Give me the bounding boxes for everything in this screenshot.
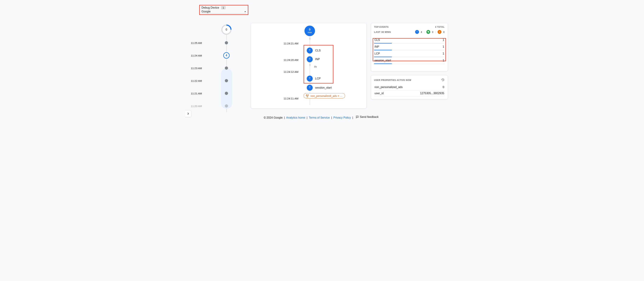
timeline-total-value: 0 [222, 26, 230, 34]
footer-feedback-label: Send feedback [360, 116, 379, 118]
touch-icon [307, 76, 313, 82]
user-property-chip[interactable]: non_personalized_ads = … [304, 93, 345, 98]
top-event-name: session_start [374, 59, 391, 62]
top-event-name: LCP [374, 52, 380, 55]
stream-event[interactable]: session_start [307, 85, 332, 91]
stream-tick [309, 37, 310, 40]
top-event-count: 1 [443, 45, 444, 48]
touch-icon [307, 56, 313, 62]
bug-count: 0 [443, 31, 444, 33]
stream-timestamp: 11:24:20 AM [284, 58, 298, 62]
history-icon[interactable] [441, 78, 444, 82]
top-events-title: TOP EVENTS [374, 26, 389, 28]
svg-rect-1 [307, 96, 308, 97]
top-event-count: 1 [443, 38, 444, 42]
chevron-down-icon: ▼ [244, 11, 246, 13]
top-events-icon-counts: 4 | 0 | 0 [415, 30, 444, 34]
minute-dot [225, 104, 228, 108]
minute-label: 11:20 AM [189, 104, 210, 108]
stream-timestamp: 11:24:12 AM [284, 70, 298, 73]
stream-timestamp: 11:24:21 AM [284, 42, 298, 45]
timeline-total-circle[interactable]: 0 [221, 24, 232, 35]
shapes-icon [306, 94, 309, 98]
new-events-count: 0 [309, 28, 310, 31]
new-events-label: new [308, 31, 312, 34]
footer-link-tos[interactable]: Terms of Service [309, 116, 330, 119]
touch-count: 4 [421, 31, 422, 33]
minute-label: 11:25 AM [189, 42, 210, 44]
bug-icon [438, 30, 442, 34]
top-event-count: 1 [443, 52, 444, 55]
debug-device-selector[interactable]: Debug Device 1 Google ▼ [199, 5, 248, 15]
stream-tick [309, 64, 310, 66]
top-event-name: CLS [374, 38, 380, 42]
flag-icon [426, 30, 430, 34]
touch-icon [415, 30, 419, 34]
user-property-row[interactable]: non_personalized_ads 0 [374, 84, 444, 90]
footer-copyright: © 2024 Google [264, 116, 283, 119]
top-event-row[interactable]: CLS 1 [374, 37, 444, 44]
feedback-icon [356, 116, 359, 118]
minute-label: 11:21 AM [189, 92, 210, 95]
debug-device-dropdown[interactable]: Google ▼ [202, 10, 246, 14]
touch-icon [307, 48, 313, 54]
stream-timestamp: 11:24:11 AM [284, 97, 298, 100]
svg-rect-3 [440, 32, 440, 32]
user-property-row[interactable]: user_id 1275305...3802935 [374, 90, 444, 96]
top-events-card: TOP EVENTS 4 TOTAL LAST 30 MINS 4 | [371, 23, 448, 72]
stream-gap-label: 8s [314, 65, 317, 68]
stream-event[interactable]: INP [307, 56, 320, 62]
minute-label: 11:22 AM [189, 79, 210, 82]
user-property-chip-label: non_personalized_ads = … [310, 94, 342, 97]
top-event-bar [374, 64, 392, 64]
user-properties-title: USER PROPERTIES ACTIVE NOW [374, 79, 411, 82]
minute-row[interactable]: 11:23 AM [189, 62, 246, 74]
minute-dot [225, 79, 228, 82]
minute-row[interactable]: 11:20 AM [189, 100, 246, 112]
minute-dot-active: 4 [223, 52, 230, 58]
user-property-name: user_id [374, 92, 384, 95]
minute-row[interactable]: 11:25 AM [189, 36, 246, 49]
stream-event[interactable]: CLS [307, 48, 320, 54]
minute-dot [225, 66, 228, 70]
new-events-badge[interactable]: 0 new [304, 26, 315, 36]
debug-device-value: Google [202, 10, 211, 13]
debug-device-label: Debug Device [202, 6, 219, 9]
user-property-name: non_personalized_ads [374, 86, 403, 89]
user-properties-card: USER PROPERTIES ACTIVE NOW non_personali… [371, 75, 448, 100]
stream-event[interactable]: LCP [307, 76, 320, 82]
user-property-value: 0 [443, 86, 444, 89]
minute-dot [225, 41, 228, 44]
minute-row[interactable]: 11:22 AM [189, 74, 246, 87]
event-stream-card: 0 new 11:24:21 AM 11:24:20 AM 11:24:12 A… [251, 23, 366, 109]
debug-device-count-badge: 1 [221, 6, 226, 9]
minute-dot [225, 92, 228, 95]
touch-icon [307, 85, 313, 91]
flag-count: 0 [432, 31, 433, 33]
top-event-row[interactable]: INP 1 [374, 44, 444, 50]
top-event-count: 1 [443, 59, 444, 62]
top-events-total: 4 TOTAL [435, 26, 444, 28]
minute-label: 11:23 AM [189, 67, 210, 70]
stream-event-label: session_start [315, 86, 332, 89]
svg-point-0 [308, 94, 308, 96]
footer-send-feedback[interactable]: Send feedback [356, 116, 379, 118]
chevron-right-icon [186, 112, 190, 115]
top-event-row[interactable]: LCP 1 [374, 50, 444, 57]
top-event-row[interactable]: session_start 1 [374, 57, 444, 64]
minute-row[interactable]: 11:21 AM [189, 87, 246, 100]
stream-event-label: LCP [315, 77, 320, 80]
top-events-subtitle: LAST 30 MINS [374, 31, 391, 33]
footer-link-privacy[interactable]: Privacy Policy [334, 116, 351, 119]
minute-label: 11:24 AM [189, 54, 210, 57]
minute-timeline: 0 11:25 AM 11:24 AM 4 11:23 AM 11:22 AM … [189, 23, 246, 112]
top-event-name: INP [374, 45, 379, 48]
stream-event-label: CLS [315, 49, 320, 52]
user-property-value: 1275305...3802935 [420, 92, 444, 95]
minute-row-active[interactable]: 11:24 AM 4 [189, 49, 246, 62]
page-footer: © 2024 Google | Analytics home | Terms o… [189, 116, 454, 119]
stream-event-label: INP [315, 58, 320, 61]
footer-link-analytics-home[interactable]: Analytics home [286, 116, 305, 119]
